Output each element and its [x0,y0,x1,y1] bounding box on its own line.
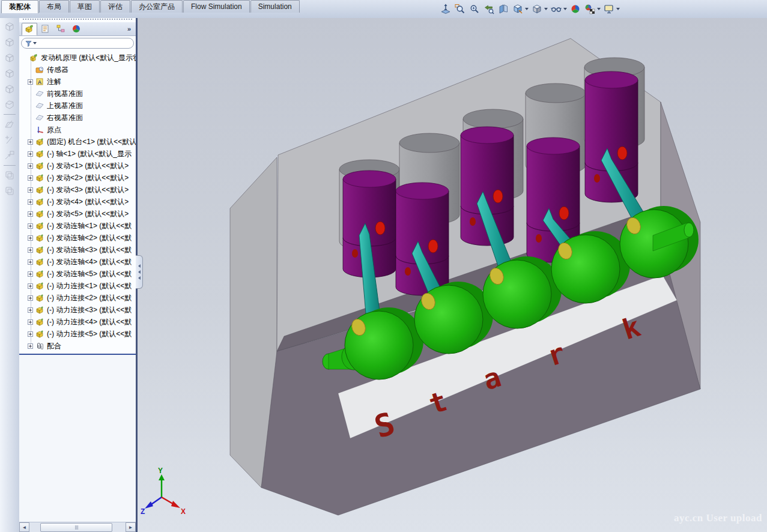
tab-5[interactable]: Flow Simulation [183,0,250,13]
expand-plus-icon[interactable] [28,199,34,205]
expand-plus-icon[interactable] [28,247,34,253]
tab-0[interactable]: 装配体 [1,0,38,13]
corner-cube-icon[interactable] [2,97,17,112]
cube-wireframe-icon[interactable] [2,50,17,65]
toolbar-divider [4,114,16,115]
expand-plus-icon[interactable] [28,79,34,85]
tree-item-18[interactable]: (-) 发动连轴<5> (默认<<默 [19,268,136,280]
tree-item-22[interactable]: (-) 动力连接<4> (默认<<默 [19,316,136,328]
previous-view-icon[interactable] [482,2,496,16]
tree-item-label: (-) 动力连接<4> (默认<<默 [47,317,132,327]
expand-plus-icon[interactable] [28,151,34,157]
expand-plus-icon[interactable] [28,319,34,325]
tree-item-5[interactable]: 右视基准面 [19,112,136,124]
arrow-target-icon[interactable] [2,148,17,163]
piston-5[interactable] [585,71,638,202]
tree-item-0[interactable]: 发动机原理 (默认<默认_显示状 [19,52,136,64]
tree-item-10[interactable]: (-) 发动<2> (默认<<默认> [19,172,136,184]
expand-plus-icon[interactable] [28,307,34,313]
tree-item-3[interactable]: 前视基准面 [19,88,136,100]
graphics-viewport[interactable]: StarkYZX ayc.cn User upload [138,18,767,532]
expand-plus-icon[interactable] [28,259,34,265]
tree-item-9[interactable]: (-) 发动<1> (默认<<默认> [19,160,136,172]
expand-plus-icon[interactable] [28,343,34,349]
expand-plus-icon[interactable] [28,235,34,241]
tab-4[interactable]: 办公室产品 [131,0,183,13]
tree-item-1[interactable]: 传感器 [19,64,136,76]
panel-splitter-flyout[interactable] [136,255,143,289]
expand-plus-icon[interactable] [28,223,34,229]
apply-scene-icon[interactable] [583,2,596,16]
expand-plus-icon[interactable] [28,331,34,337]
zoom-to-area-icon[interactable] [453,2,467,16]
panel-horizontal-scrollbar[interactable]: ◄ ► [19,522,136,532]
pencil-plus-icon[interactable] [2,133,17,147]
appearances-tab[interactable] [68,23,84,35]
cube-wireframe-icon[interactable] [2,19,17,34]
tree-item-23[interactable]: (-) 动力连接<5> (默认<<默 [19,328,136,340]
piston-body [396,191,449,295]
headsup-view-toolbar [439,2,620,16]
scroll-left-button[interactable]: ◄ [19,522,29,532]
expand-plus-icon[interactable] [28,163,34,169]
tree-item-11[interactable]: (-) 发动<3> (默认<<默认> [19,184,136,196]
cube-wireframe-icon[interactable] [2,82,17,96]
tree-item-15[interactable]: (-) 发动连轴<2> (默认<<默 [19,232,136,244]
zoom-fit-icon[interactable] [439,2,452,16]
cube-wireframe-icon[interactable] [2,66,17,80]
tree-item-14[interactable]: (-) 发动连轴<1> (默认<<默 [19,220,136,232]
tab-2[interactable]: 草图 [70,0,100,13]
tab-1[interactable]: 布局 [39,0,69,13]
configurationmanager-tab[interactable] [53,23,68,35]
display-style-dropdown-icon[interactable] [544,8,548,10]
view-settings-icon[interactable] [602,2,616,16]
view-settings-dropdown-icon[interactable] [616,8,620,10]
expand-plus-icon[interactable] [28,271,34,277]
edit-appearance-icon[interactable] [569,2,582,16]
section-view-icon[interactable] [497,2,510,16]
tree-item-4[interactable]: 上视基准面 [19,100,136,112]
scroll-right-button[interactable]: ► [126,522,136,532]
tree-item-17[interactable]: (-) 发动连轴<4> (默认<<默 [19,256,136,268]
hide-show-items-dropdown-icon[interactable] [563,8,567,10]
tree-item-24[interactable]: 配合 [19,340,136,352]
tree-item-2[interactable]: A注解 [19,76,136,88]
layers-icon[interactable] [2,168,17,183]
propertymanager-tab[interactable] [37,23,53,35]
filter-dropdown-icon[interactable] [33,42,37,44]
panel-tab-overflow[interactable]: » [127,25,131,32]
view-orientation-icon[interactable] [511,2,524,16]
hide-show-items-icon[interactable] [550,2,563,16]
tree-item-19[interactable]: (-) 动力连接<1> (默认<<默 [19,280,136,292]
expand-plus-icon[interactable] [28,295,34,301]
tree-item-13[interactable]: (-) 发动<5> (默认<<默认> [19,208,136,220]
featuremanager-tab[interactable] [22,23,37,35]
tree-item-21[interactable]: (-) 动力连接<3> (默认<<默 [19,304,136,316]
tree-item-label: (-) 发动连轴<1> (默认<<默 [47,221,132,231]
expand-plus-icon[interactable] [28,139,34,145]
tree-item-6[interactable]: 原点 [19,124,136,136]
zoom-in-out-icon[interactable] [468,2,481,16]
layers-icon[interactable] [2,184,17,198]
part-icon [35,282,45,290]
tree-item-16[interactable]: (-) 发动连轴<3> (默认<<默 [19,244,136,256]
expand-plus-icon[interactable] [28,211,34,217]
tree-item-8[interactable]: (-) 轴<1> (默认<默认_显示 [19,148,136,160]
display-style-icon[interactable] [530,2,544,16]
expand-plus-icon[interactable] [28,175,34,181]
view-orientation-dropdown-icon[interactable] [525,8,529,10]
apply-scene-dropdown-icon[interactable] [597,8,601,10]
wrist-pin [493,190,503,203]
tab-6[interactable]: Simulation [250,0,300,13]
scrollbar-thumb[interactable] [40,523,112,532]
tree-item-20[interactable]: (-) 动力连接<2> (默认<<默 [19,292,136,304]
cube-wireframe-icon[interactable] [2,35,17,49]
filter-input[interactable] [21,38,134,49]
pencil-plane-icon[interactable] [2,117,17,131]
expand-plus-icon[interactable] [28,283,34,289]
tree-item-12[interactable]: (-) 发动<4> (默认<<默认> [19,196,136,208]
tab-3[interactable]: 评估 [100,0,130,13]
tree-item-7[interactable]: (固定) 机台<1> (默认<<默认 [19,136,136,148]
engine-assembly-model[interactable]: StarkYZX [138,18,767,532]
expand-plus-icon[interactable] [28,187,34,193]
